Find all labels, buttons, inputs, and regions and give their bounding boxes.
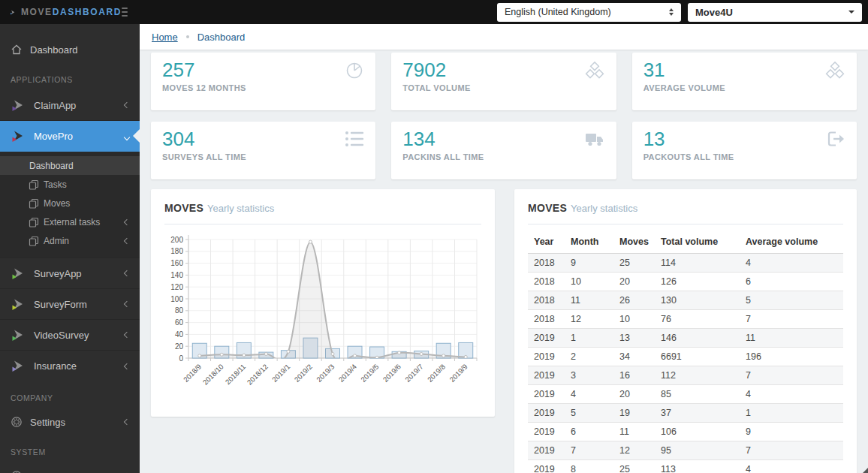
gear-icon [11,470,23,473]
x-axis-label: 2019/6 [381,363,402,384]
copy-icon [29,217,39,227]
table-cell: 26 [613,291,655,310]
stat-value: 13 [643,127,845,152]
top-bar: MOVEDASHBOARD English (United Kingdom) M… [0,0,868,24]
videosurvey-icon [11,328,26,342]
brand-text: MOVEDASHBOARD [21,7,122,17]
x-axis-label: 2019/8 [426,363,447,384]
table-cell: 2019 [528,366,565,385]
table-row: 20198251134 [528,460,843,473]
x-axis-label: 2018/12 [246,363,270,387]
language-select[interactable]: English (United Kingdom) [497,3,681,22]
table-cell: 2019 [528,441,565,460]
sidebar-item-movepro[interactable]: MovePro [0,121,140,152]
table-row: 2019519371 [528,404,843,423]
table-cell: 146 [655,329,740,348]
language-select-value: English (United Kingdom) [505,7,611,17]
menu-toggle-icon[interactable] [122,5,128,19]
table-cell: 1 [565,329,613,348]
submenu-item-external-tasks[interactable]: External tasks [0,212,140,231]
x-axis-label: 2019/9 [448,363,469,384]
submenu-item-admin[interactable]: Admin [0,231,140,250]
sidebar-section-applications: APPLICATIONS [0,63,140,90]
table-cell: 2019 [528,348,565,366]
table-cell: 25 [613,460,655,473]
table-cell: 2018 [528,310,565,329]
table-cell: 7 [565,441,613,460]
table-row: 201911314611 [528,329,843,348]
table-cell: 13 [613,329,655,348]
chart-point [287,350,290,353]
table-cell: 6 [565,423,613,441]
table-cell: 2018 [528,254,565,273]
account-select[interactable]: Move4U [688,3,862,22]
sidebar-section-company: COMPANY [0,381,140,408]
stat-label: SURVEYS ALL TIME [162,152,364,161]
chart-point [243,354,246,357]
column-header-average-volume: Average volume [740,232,843,254]
table-cell: 85 [655,385,740,404]
column-header-total-volume: Total volume [655,232,740,254]
table-cell: 2019 [528,404,565,423]
stat-cards: 257 MOVES 12 MONTHS 7902 TOTAL VOLUME [151,53,857,179]
sidebar-item-surveyapp[interactable]: SurveyApp [0,258,140,289]
chart-point [375,356,378,359]
brand: MOVEDASHBOARD [0,0,140,24]
table-cell: 112 [655,366,740,385]
chart-point [264,352,267,355]
x-axis-label: 2019/3 [315,363,336,384]
table-row: 20189251144 [528,254,843,273]
table-cell: 20 [613,273,655,291]
y-axis-label: 80 [175,306,184,315]
chevron-left-icon [124,218,130,224]
table-cell: 95 [655,441,740,460]
table-cell: 106 [655,423,740,441]
submenu-item-dashboard[interactable]: Dashboard [0,156,140,175]
moves-table-panel: MOVESYearly statistics Year Month Moves … [514,189,857,473]
account-select-value: Move4U [695,7,733,18]
stat-label: PACKOUTS ALL TIME [643,152,845,161]
table-cell: 114 [655,254,740,273]
table-cell: 10 [613,310,655,329]
x-axis-label: 2018/9 [182,363,203,384]
sidebar-item-administration[interactable]: Administration [0,462,140,473]
truck-icon [584,130,605,148]
submenu-item-moves[interactable]: Moves [0,194,140,212]
sidebar-item-videosurvey[interactable]: VideoSurvey [0,320,140,351]
sidebar-item-dashboard[interactable]: Dashboard [0,36,140,63]
table-cell: 196 [740,348,843,366]
sidebar-item-insurance[interactable]: Insurance [0,351,140,381]
table-cell: 11 [613,423,655,441]
table-cell: 2019 [528,423,565,441]
chart-panel-header: MOVESYearly statistics [164,189,481,224]
table-cell: 1 [740,404,843,423]
stat-label: AVERAGE VOLUME [643,83,845,92]
movepro-submenu: Dashboard Tasks Moves External tasks [0,152,140,258]
table-panel-title: MOVES [528,202,567,214]
table-cell: 34 [613,348,655,366]
copy-icon [29,198,39,209]
table-row: 20181210767 [528,310,843,329]
stat-value: 134 [402,127,604,152]
stats-table-body: 2018925114420181020126620181126130520181… [528,254,843,473]
table-row: 20192346691196 [528,348,843,366]
stat-card-surveys-all-time: 304 SURVEYS ALL TIME [151,122,375,179]
sidebar-item-settings[interactable]: Settings [0,408,140,435]
stat-value: 304 [162,127,364,152]
table-cell: 126 [655,273,740,291]
stat-card-total-volume: 7902 TOTAL VOLUME [391,53,616,110]
table-row: 20196111069 [528,423,843,441]
chevron-left-icon [124,363,130,369]
y-axis-label: 40 [175,330,184,339]
resize-grip[interactable] [863,468,868,473]
table-cell: 12 [565,310,613,329]
breadcrumb-home-link[interactable]: Home [152,32,178,43]
breadcrumb-current: Dashboard [197,32,246,43]
surveyform-icon [11,297,26,312]
sidebar-item-claimapp[interactable]: ClaimApp [0,90,140,121]
sidebar-item-surveyform[interactable]: SurveyForm [0,289,140,320]
table-cell: 4 [740,385,843,404]
table-cell: 4 [740,254,843,273]
x-axis-label: 2019/5 [359,363,380,384]
submenu-item-tasks[interactable]: Tasks [0,175,140,194]
